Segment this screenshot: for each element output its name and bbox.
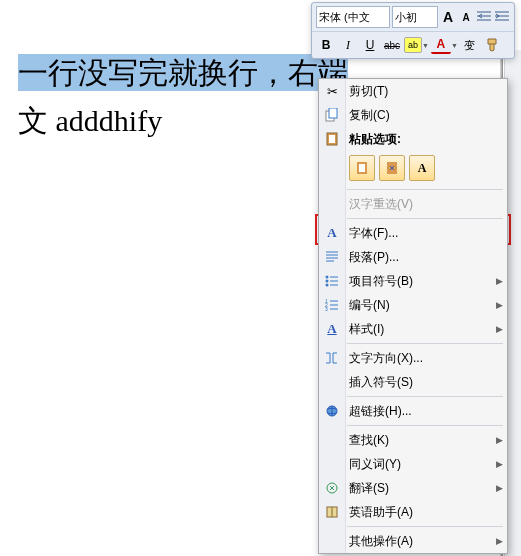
shrink-font-button[interactable]: A [458, 7, 474, 27]
menu-label: 样式(I) [349, 321, 384, 338]
underline-button[interactable]: U [360, 35, 380, 55]
menu-other-actions[interactable]: 其他操作(A) ▶ [319, 529, 507, 553]
menu-label: 文字方向(X)... [349, 350, 423, 367]
menu-label: 英语助手(A) [349, 504, 413, 521]
bold-button[interactable]: B [316, 35, 336, 55]
paste-keep-source-button[interactable] [349, 155, 375, 181]
numbering-icon: 123 [323, 296, 341, 314]
chevron-right-icon: ▶ [496, 300, 503, 310]
svg-rect-1 [329, 108, 337, 118]
menu-translate[interactable]: 翻译(S) ▶ [319, 476, 507, 500]
svg-point-9 [326, 284, 329, 287]
increase-indent-button[interactable] [494, 7, 510, 27]
menu-english-assistant[interactable]: 英语助手(A) [319, 500, 507, 524]
menu-label: 复制(C) [349, 107, 390, 124]
svg-point-8 [326, 280, 329, 283]
menu-label: 同义词(Y) [349, 456, 401, 473]
menu-paste-options-header: 粘贴选项: [319, 127, 507, 151]
menu-text-direction[interactable]: 文字方向(X)... [319, 346, 507, 370]
book-icon [323, 503, 341, 521]
chevron-down-icon[interactable]: ▼ [422, 42, 429, 49]
strikethrough-button[interactable]: abc [382, 35, 402, 55]
chevron-right-icon: ▶ [496, 483, 503, 493]
svg-text:3: 3 [325, 306, 328, 311]
context-menu: ✂ 剪切(T) 复制(C) 粘贴选项: A 汉字重选(V) [318, 78, 508, 554]
menu-label: 超链接(H)... [349, 403, 412, 420]
menu-label: 汉字重选(V) [349, 196, 413, 213]
scissors-icon: ✂ [323, 82, 341, 100]
text-direction-icon [323, 349, 341, 367]
bullets-icon [323, 272, 341, 290]
font-name-select[interactable] [316, 6, 390, 28]
menu-label: 段落(P)... [349, 249, 399, 266]
chevron-right-icon: ▶ [496, 324, 503, 334]
indent-right-icon [495, 11, 509, 23]
chevron-right-icon: ▶ [496, 459, 503, 469]
menu-label: 翻译(S) [349, 480, 389, 497]
menu-ime-reconvert: 汉字重选(V) [319, 192, 507, 216]
svg-rect-5 [359, 164, 365, 172]
decrease-indent-button[interactable] [476, 7, 492, 27]
menu-insert-symbol[interactable]: 插入符号(S) [319, 370, 507, 394]
menu-copy[interactable]: 复制(C) [319, 103, 507, 127]
clipboard-icon [323, 130, 341, 148]
clipboard-brush-icon [355, 161, 369, 175]
svg-rect-3 [329, 135, 335, 143]
menu-numbering[interactable]: 123 编号(N) ▶ [319, 293, 507, 317]
paste-merge-button[interactable] [379, 155, 405, 181]
italic-button[interactable]: I [338, 35, 358, 55]
font-a-icon: A [323, 224, 341, 242]
menu-find[interactable]: 查找(K) ▶ [319, 428, 507, 452]
clipboard-arrow-icon [385, 161, 399, 175]
paste-text-only-button[interactable]: A [409, 155, 435, 181]
menu-styles[interactable]: A 样式(I) ▶ [319, 317, 507, 341]
chevron-right-icon: ▶ [496, 536, 503, 546]
menu-font[interactable]: A 字体(F)... [319, 221, 507, 245]
font-size-select[interactable] [392, 6, 438, 28]
chevron-right-icon: ▶ [496, 276, 503, 286]
grow-font-button[interactable]: A [440, 7, 456, 27]
mini-toolbar: A A B I U abc ab ▼ A ▼ 变 [311, 2, 515, 59]
chevron-down-icon[interactable]: ▼ [451, 42, 458, 49]
copy-icon [323, 106, 341, 124]
menu-hyperlink[interactable]: 超链接(H)... [319, 399, 507, 423]
globe-link-icon [323, 402, 341, 420]
menu-synonyms[interactable]: 同义词(Y) ▶ [319, 452, 507, 476]
paragraph-icon [323, 248, 341, 266]
format-painter-button[interactable] [482, 35, 502, 55]
menu-cut[interactable]: ✂ 剪切(T) [319, 79, 507, 103]
menu-label: 查找(K) [349, 432, 389, 449]
indent-left-icon [477, 11, 491, 23]
brush-icon [485, 38, 499, 52]
svg-point-7 [326, 276, 329, 279]
font-color-button[interactable]: A [431, 36, 451, 54]
chevron-right-icon: ▶ [496, 435, 503, 445]
phonetic-guide-button[interactable]: 变 [460, 35, 480, 55]
menu-paragraph[interactable]: 段落(P)... [319, 245, 507, 269]
styles-a-icon: A [323, 320, 341, 338]
menu-label: 项目符号(B) [349, 273, 413, 290]
menu-label: 剪切(T) [349, 83, 388, 100]
menu-label: 插入符号(S) [349, 374, 413, 391]
highlight-button[interactable]: ab [404, 37, 422, 53]
menu-label: 编号(N) [349, 297, 390, 314]
selected-text[interactable]: 一行没写完就换行，右端 [18, 54, 348, 91]
menu-label: 粘贴选项: [349, 131, 401, 148]
menu-bullets[interactable]: 项目符号(B) ▶ [319, 269, 507, 293]
menu-label: 其他操作(A) [349, 533, 413, 550]
menu-label: 字体(F)... [349, 225, 398, 242]
translate-icon [323, 479, 341, 497]
